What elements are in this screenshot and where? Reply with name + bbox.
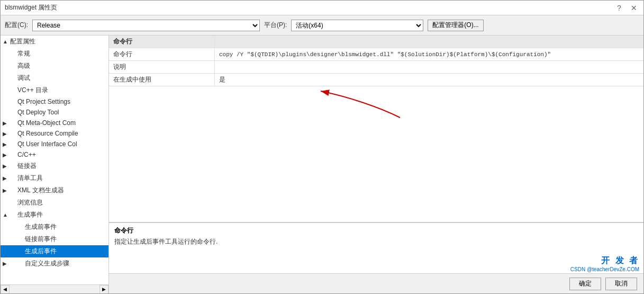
sidebar-item-label: 链接前事件 <box>25 235 57 244</box>
arrow-spacer <box>3 51 10 57</box>
prop-row-description[interactable]: 说明 <box>109 61 643 74</box>
sidebar-item-qt-ui[interactable]: ▶ Qt User Interface Col <box>1 139 108 149</box>
title-bar-controls: ? ✕ <box>614 3 639 13</box>
sidebar-item-label: Qt Meta-Object Com <box>17 119 76 127</box>
help-button[interactable]: ? <box>614 3 624 13</box>
main-window: blsmwidget 属性页 ? ✕ 配置(C): ReleaseDebugAl… <box>0 0 644 294</box>
sidebar-item-label: 配置属性 <box>10 37 35 46</box>
prop-header-row: 命令行 <box>109 35 643 48</box>
prop-value-use-in-build[interactable]: 是 <box>215 74 643 86</box>
sidebar-item-config-props[interactable]: ▲ 配置属性 <box>1 35 108 48</box>
sidebar-item-qt-project[interactable]: Qt Project Settings <box>1 96 108 107</box>
cancel-button[interactable]: 取消 <box>605 278 637 290</box>
sidebar-item-browse[interactable]: 浏览信息 <box>1 197 108 209</box>
sidebar-item-link-event[interactable]: 链接前事件 <box>1 233 108 245</box>
properties-table: 命令行 命令行 copy /Y "$(QTDIR)\plugins\design… <box>109 35 643 222</box>
sidebar-item-pre-build[interactable]: 生成前事件 <box>1 221 108 233</box>
title-bar: blsmwidget 属性页 ? ✕ <box>1 1 643 15</box>
sidebar-item-label: 生成事件 <box>17 210 43 219</box>
prop-row-command[interactable]: 命令行 copy /Y "$(QTDIR)\plugins\designer\b… <box>109 48 643 61</box>
sidebar-item-label: Qt Deploy Tool <box>17 109 59 116</box>
toolbar: 配置(C): ReleaseDebugAll Configurations 平台… <box>1 15 643 35</box>
sidebar-item-label: 生成前事件 <box>25 222 57 231</box>
prop-name-use-in-build: 在生成中使用 <box>109 74 215 86</box>
sidebar-item-label: 自定义生成步骤 <box>25 259 69 268</box>
platform-label: 平台(P): <box>264 21 287 30</box>
config-label: 配置(C): <box>5 21 28 30</box>
prop-value-command[interactable]: copy /Y "$(QTDIR)\plugins\designer\blsmw… <box>215 50 643 59</box>
sidebar-item-label: XML 文档生成器 <box>17 186 64 195</box>
window-title: blsmwidget 属性页 <box>5 3 57 12</box>
sidebar-item-debug[interactable]: 调试 <box>1 72 108 84</box>
sidebar-item-label: VC++ 目录 <box>17 86 48 95</box>
sidebar-item-qt-meta[interactable]: ▶ Qt Meta-Object Com <box>1 118 108 128</box>
config-select[interactable]: ReleaseDebugAll Configurations <box>32 20 260 31</box>
tree-scroll-area[interactable]: ▲ 配置属性 常规 高级 调试 <box>1 35 108 284</box>
sidebar-item-label: 浏览信息 <box>17 198 43 207</box>
sidebar-item-label: C/C++ <box>17 151 36 158</box>
sidebar-item-label: Qt Project Settings <box>17 98 70 105</box>
expand-icon: ▲ <box>3 39 10 44</box>
sidebar-item-manifest[interactable]: ▶ 清单工具 <box>1 172 108 184</box>
desc-title: 命令行 <box>114 226 638 235</box>
red-arrow-annotation <box>315 86 421 128</box>
sidebar-item-label: Qt User Interface Col <box>17 140 77 148</box>
sidebar-item-label: Qt Resource Compile <box>17 130 78 137</box>
sidebar-item-general[interactable]: 常规 <box>1 48 108 60</box>
sidebar-item-qt-deploy[interactable]: Qt Deploy Tool <box>1 107 108 118</box>
action-bar: 确定 取消 <box>109 273 643 293</box>
sidebar-item-qt-resource[interactable]: ▶ Qt Resource Compile <box>1 128 108 139</box>
hscroll-right-btn[interactable]: ▶ <box>99 285 108 294</box>
sidebar-item-vc-dirs[interactable]: VC++ 目录 <box>1 84 108 96</box>
sidebar-item-label: 高级 <box>17 61 30 70</box>
sidebar-item-label: 调试 <box>17 74 30 83</box>
sidebar-item-build-events[interactable]: ▲ 生成事件 <box>1 209 108 221</box>
hscroll-left-btn[interactable]: ◀ <box>1 285 10 294</box>
prop-row-use-in-build[interactable]: 在生成中使用 是 <box>109 74 643 86</box>
sidebar-item-xml-gen[interactable]: ▶ XML 文档生成器 <box>1 184 108 197</box>
hscroll-track[interactable] <box>10 285 99 294</box>
watermark-text: CSDN @teacherDevZe.COM <box>570 266 639 272</box>
bottom-bar: 开 发 者 CSDN @teacherDevZe.COM 确定 取消 <box>109 254 643 293</box>
sidebar-item-label: 清单工具 <box>17 174 43 183</box>
config-manager-button[interactable]: 配置管理器(O)... <box>428 20 483 31</box>
prop-name-command: 命令行 <box>109 48 215 60</box>
platform-select[interactable]: 活动(x64)x64x86 <box>291 20 423 31</box>
sidebar-item-linker[interactable]: ▶ 链接器 <box>1 160 108 172</box>
sidebar-item-advanced[interactable]: 高级 <box>1 60 108 72</box>
sidebar-item-label: 生成后事件 <box>25 247 57 256</box>
ok-button[interactable]: 确定 <box>569 278 601 290</box>
sidebar-item-label: 链接器 <box>17 162 37 171</box>
prop-name-description: 说明 <box>109 61 215 73</box>
col-header-name: 命令行 <box>109 35 215 48</box>
main-content: ▲ 配置属性 常规 高级 调试 <box>1 35 643 293</box>
sidebar-item-post-build[interactable]: 生成后事件 <box>1 245 108 257</box>
prop-value-description[interactable] <box>215 66 643 69</box>
sidebar-hscroll[interactable]: ◀ ▶ <box>1 284 108 293</box>
sidebar-item-cpp[interactable]: ▶ C/C++ <box>1 149 108 160</box>
watermark: 开 发 者 CSDN @teacherDevZe.COM <box>109 254 643 273</box>
col-header-value <box>215 40 643 43</box>
sidebar-item-label: 常规 <box>17 49 30 58</box>
desc-text: 指定让生成后事件工具运行的命令行. <box>114 237 638 246</box>
close-button[interactable]: ✕ <box>629 3 639 13</box>
right-panel: 命令行 命令行 copy /Y "$(QTDIR)\plugins\design… <box>109 35 643 293</box>
description-panel: 命令行 指定让生成后事件工具运行的命令行. <box>109 222 643 254</box>
sidebar-item-custom-step[interactable]: ▶ 自定义生成步骤 <box>1 257 108 270</box>
sidebar: ▲ 配置属性 常规 高级 调试 <box>1 35 109 293</box>
